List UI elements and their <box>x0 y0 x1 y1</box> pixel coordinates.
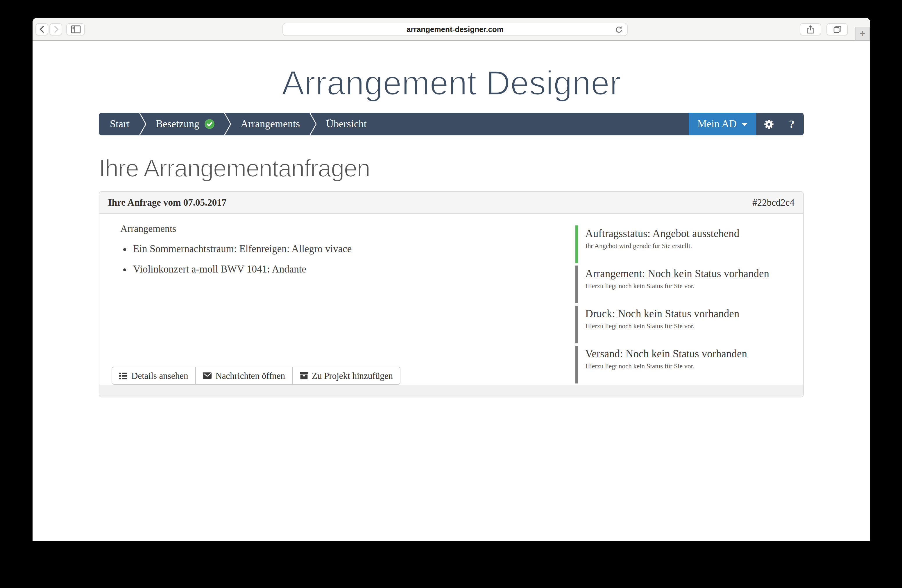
status-auftragsstatus: Auftragsstatus: Angebot ausstehend Ihr A… <box>575 225 794 263</box>
details-button[interactable]: Details ansehen <box>112 367 196 384</box>
nav-item-besetzung[interactable]: Besetzung <box>146 113 224 135</box>
panel-body: Arrangements Ein Sommernachtstraum: Elfe… <box>99 214 803 385</box>
share-icon <box>806 25 815 34</box>
button-label: Zu Projekt hinzufügen <box>312 371 393 381</box>
sidebar-toggle-button[interactable] <box>66 23 85 36</box>
breadcrumb-separator <box>139 113 146 135</box>
status-column: Auftragsstatus: Angebot ausstehend Ihr A… <box>575 214 803 385</box>
button-label: Details ansehen <box>132 371 188 381</box>
arrangements-label: Arrangements <box>120 223 575 235</box>
status-versand: Versand: Noch kein Status vorhanden Hier… <box>575 346 794 383</box>
tabs-icon <box>833 25 842 34</box>
plus-icon: + <box>860 28 865 39</box>
nav-item-label: Arrangements <box>241 118 300 130</box>
status-subtitle: Hierzu liegt noch kein Status für Sie vo… <box>585 363 794 369</box>
share-button[interactable] <box>800 23 821 36</box>
chevron-left-icon <box>38 25 45 34</box>
screenshot-stage: arrangement-designer.com <box>0 0 902 588</box>
envelope-icon <box>202 372 211 379</box>
messages-button[interactable]: Nachrichten öffnen <box>196 367 293 384</box>
panel-footer <box>99 385 803 397</box>
request-panel: Ihre Anfrage vom 07.05.2017 #22bcd2c4 Ar… <box>99 191 804 397</box>
back-button[interactable] <box>36 23 48 36</box>
status-arrangement: Arrangement: Noch kein Status vorhanden … <box>575 266 794 303</box>
status-title: Versand: Noch kein Status vorhanden <box>585 347 794 361</box>
browser-toolbar: arrangement-designer.com <box>33 18 870 41</box>
chevron-right-icon <box>52 25 60 34</box>
request-id: #22bcd2c4 <box>752 197 794 208</box>
status-druck: Druck: Noch kein Status vorhanden Hierzu… <box>575 306 794 343</box>
account-dropdown-button[interactable]: Mein AD <box>689 113 756 135</box>
list-item: Ein Sommernachtstraum: Elfenreigen: Alle… <box>133 242 575 256</box>
content-container: Start Besetzung <box>99 113 804 397</box>
list-icon <box>119 372 127 379</box>
account-label: Mein AD <box>697 118 737 130</box>
panel-header: Ihre Anfrage vom 07.05.2017 #22bcd2c4 <box>99 192 803 214</box>
status-subtitle: Hierzu liegt noch kein Status für Sie vo… <box>585 322 794 330</box>
status-subtitle: Hierzu liegt noch kein Status für Sie vo… <box>585 282 794 289</box>
status-title: Arrangement: Noch kein Status vorhanden <box>585 267 794 281</box>
forward-button[interactable] <box>49 23 62 36</box>
arrangements-column: Arrangements Ein Sommernachtstraum: Elfe… <box>99 214 575 385</box>
browser-window: arrangement-designer.com <box>33 18 870 541</box>
web-page: Arrangement Designer Start Besetzung <box>33 41 870 541</box>
site-title: Arrangement Designer <box>33 62 870 104</box>
button-label: Nachrichten öffnen <box>215 371 285 381</box>
breadcrumb-separator <box>309 113 317 135</box>
sidebar-icon <box>70 25 80 34</box>
nav-item-label: Start <box>110 118 130 130</box>
nav-item-uebersicht[interactable]: Übersicht <box>317 113 376 135</box>
settings-button[interactable] <box>756 113 781 135</box>
gear-icon <box>763 119 774 129</box>
status-title: Druck: Noch kein Status vorhanden <box>585 307 794 321</box>
url-bar[interactable]: arrangement-designer.com <box>282 23 628 36</box>
nav-item-arrangements[interactable]: Arrangements <box>231 113 309 135</box>
help-button[interactable]: ? <box>781 113 804 135</box>
nav-item-label: Übersicht <box>326 118 367 130</box>
archive-icon <box>300 372 308 379</box>
arrangements-list: Ein Sommernachtstraum: Elfenreigen: Alle… <box>111 242 575 283</box>
question-mark-icon: ? <box>789 118 794 130</box>
action-button-group: Details ansehen Nachrichten öffnen <box>111 367 401 385</box>
panel-title: Ihre Anfrage vom 07.05.2017 <box>108 197 226 208</box>
nav-item-start[interactable]: Start <box>99 113 139 135</box>
check-circle-icon <box>205 119 215 129</box>
reload-button[interactable] <box>614 25 623 36</box>
reload-icon <box>614 25 623 34</box>
nav-item-label: Besetzung <box>156 118 199 130</box>
breadcrumb-navbar: Start Besetzung <box>99 113 804 135</box>
list-item: Violinkonzert a-moll BWV 1041: Andante <box>133 263 575 276</box>
url-text: arrangement-designer.com <box>407 25 504 34</box>
caret-down-icon <box>741 123 747 126</box>
add-to-project-button[interactable]: Zu Projekt hinzufügen <box>293 367 400 384</box>
new-tab-button[interactable]: + <box>855 27 870 40</box>
tab-overview-button[interactable] <box>827 23 848 36</box>
breadcrumb-separator <box>224 113 231 135</box>
status-subtitle: Ihr Angebot wird gerade für Sie erstellt… <box>585 242 794 249</box>
status-title: Auftragsstatus: Angebot ausstehend <box>585 227 794 241</box>
page-title: Ihre Arrangementanfragen <box>99 155 804 183</box>
